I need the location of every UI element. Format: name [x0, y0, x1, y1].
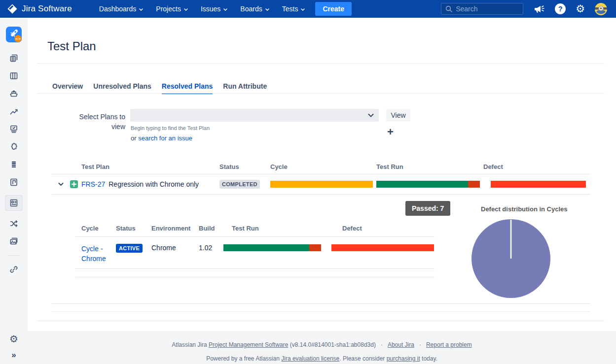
bar-segment-passed [376, 181, 468, 188]
board-columns-icon [9, 71, 19, 81]
sidebar-item-test-plan-board[interactable] [5, 195, 23, 211]
col-status: Status [219, 163, 270, 170]
cycle-progress-bar[interactable] [270, 181, 373, 188]
images-icon [9, 236, 19, 246]
or-text: or [131, 134, 138, 142]
monitor-check-icon [9, 124, 19, 134]
tab-overview[interactable]: Overview [52, 82, 83, 94]
footer-line-1: Atlassian Jira Project Management Softwa… [28, 341, 616, 348]
col-defect: Defect [331, 225, 435, 232]
nav-projects[interactable]: Projects [149, 0, 194, 18]
announcements-button[interactable] [533, 3, 545, 14]
chevron-down-icon [265, 8, 269, 11]
stacked-list-icon [9, 160, 19, 169]
col-cycle: Cycle [270, 163, 376, 170]
cycles-table: Cycle Status Environment Build Test Run … [75, 225, 435, 277]
purchasing-link[interactable]: purchasing it [387, 355, 420, 362]
cycles-table-header: Cycle Status Environment Build Test Run … [75, 225, 435, 237]
nav-tests[interactable]: Tests [276, 0, 312, 18]
select-hint: Begin typing to find the Test Plan [131, 125, 210, 131]
sidebar-item-releases[interactable] [5, 89, 23, 99]
tab-bar: Overview Unresolved Plans Resolved Plans… [52, 82, 277, 94]
pages-icon [9, 177, 19, 187]
environment-value: Chrome [151, 244, 199, 252]
defect-progress-bar[interactable] [491, 181, 586, 188]
project-sidebar: <> [0, 18, 28, 364]
sidebar-item-media[interactable] [5, 236, 23, 246]
tabs-divider [37, 93, 604, 94]
sidebar-item-structure[interactable] [5, 160, 23, 169]
sidebar-item-test-sessions[interactable] [5, 124, 23, 134]
nav-boards[interactable]: Boards [234, 0, 275, 18]
sidebar-item-shuffle[interactable] [5, 219, 23, 229]
admin-settings-button[interactable]: ⚙ [576, 4, 585, 14]
issue-key-link[interactable]: FRS-27 [81, 180, 105, 188]
chevron-down-icon [139, 8, 143, 11]
rocket-project-icon: <> [6, 27, 22, 42]
test-plan-issue-icon [70, 180, 78, 188]
collapse-sidebar-icon[interactable]: » [11, 351, 16, 359]
sidebar-item-pages[interactable] [5, 177, 23, 187]
status-badge-completed: COMPLETED [219, 180, 260, 189]
plans-table-header: Test Plan Status Cycle Test Run Defect [52, 160, 590, 174]
dot-separator: · [381, 341, 383, 348]
search-for-issue-link[interactable]: search for an issue [138, 134, 192, 142]
cycle-defect-bar[interactable] [331, 244, 434, 251]
cycle-test-run-bar[interactable] [223, 244, 321, 251]
shuffle-icon [9, 219, 19, 229]
row-expander-chevron[interactable] [58, 183, 67, 186]
sidebar-item-board[interactable] [5, 71, 23, 81]
footer-line-2: Powered by a free Atlassian Jira evaluat… [28, 355, 616, 362]
project-settings-gear-icon[interactable]: ⚙ [9, 334, 18, 344]
search-input[interactable] [456, 5, 519, 13]
plans-table: Test Plan Status Cycle Test Run Defect F… [52, 160, 590, 312]
col-build: Build [199, 225, 223, 232]
chevron-down-icon [301, 8, 305, 11]
report-problem-link[interactable]: Report a problem [426, 341, 472, 348]
sidebar-item-link[interactable] [5, 265, 23, 274]
main-menu: Dashboards Projects Issues Boards Tests [93, 0, 312, 18]
nav-dashboards[interactable]: Dashboards [93, 0, 150, 18]
test-run-progress-bar[interactable] [376, 181, 480, 188]
tab-run-attribute[interactable]: Run Attribute [223, 82, 267, 94]
col-status: Status [116, 225, 151, 232]
ship-icon [9, 89, 19, 99]
bar-segment-open [331, 244, 434, 251]
line-chart-icon [9, 106, 19, 116]
issue-summary: Regression with Chrome only [109, 180, 199, 188]
cycle-link[interactable]: Cycle - Chrome [81, 244, 111, 264]
add-plan-button[interactable]: + [387, 127, 394, 137]
brand-name: Jira Software [22, 4, 72, 14]
backlog-icon [9, 53, 19, 63]
help-button[interactable]: ? [555, 3, 566, 14]
view-button[interactable]: View [386, 109, 410, 122]
cycle-row: Cycle - Chrome ACTIVE Chrome 1.02 [75, 237, 435, 269]
evaluation-license-link[interactable]: Jira evaluation license [281, 355, 339, 362]
tab-unresolved-plans[interactable]: Unresolved Plans [93, 82, 151, 94]
nav-issues[interactable]: Issues [194, 0, 234, 18]
help-icon: ? [555, 3, 566, 14]
pms-link[interactable]: Project Management Software [209, 341, 288, 348]
sidebar-item-reports[interactable] [5, 106, 23, 116]
search-icon [445, 5, 452, 12]
about-jira-link[interactable]: About Jira [388, 341, 414, 348]
sidebar-item-backlog[interactable] [5, 53, 23, 63]
col-environment: Environment [151, 225, 199, 232]
page-footer: Atlassian Jira Project Management Softwa… [28, 331, 616, 364]
tab-resolved-plans[interactable]: Resolved Plans [162, 82, 213, 94]
bar-segment-passed [223, 244, 309, 251]
cycles-table-footer-row [75, 269, 435, 277]
project-avatar[interactable]: <> [6, 27, 22, 42]
select-plans-label: Select Plans to view [72, 112, 125, 132]
main-content: Test Plan Overview Unresolved Plans Reso… [28, 18, 616, 364]
col-test-run: Test Run [223, 225, 331, 232]
status-badge-active: ACTIVE [116, 244, 143, 253]
test-plan-select[interactable] [130, 109, 379, 122]
defect-distribution-pie[interactable] [471, 219, 550, 298]
jira-logo[interactable]: Jira Software [7, 3, 72, 14]
chevron-down-icon [58, 183, 64, 186]
create-button[interactable]: Create [315, 2, 352, 16]
sidebar-item-addons[interactable] [5, 142, 23, 152]
user-avatar[interactable] [595, 3, 607, 15]
bar-segment-failed [468, 181, 480, 188]
